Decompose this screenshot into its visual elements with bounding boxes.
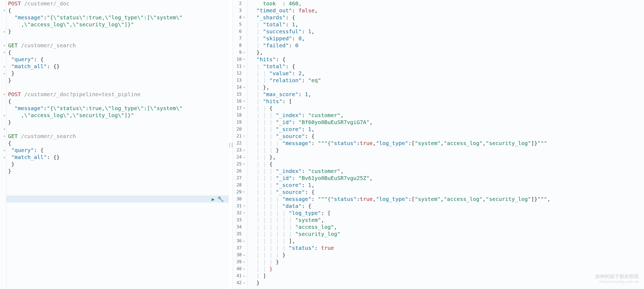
code-line[interactable]: } <box>6 119 229 126</box>
fold-marker[interactable]: ▴ <box>0 112 6 119</box>
fold-marker[interactable] <box>0 168 6 175</box>
response-line: | | | "_source": { <box>248 133 644 140</box>
code-line[interactable]: { <box>6 98 229 105</box>
code-line[interactable]: ,\"access_log\",\"security_log\"]}" <box>6 21 229 28</box>
fold-marker[interactable] <box>0 196 6 203</box>
line-number: 19 <box>233 119 247 126</box>
response-line: | | | | | ], <box>248 237 644 244</box>
fold-marker[interactable] <box>0 161 6 168</box>
fold-toggle-icon[interactable]: ▾ <box>243 98 245 105</box>
fold-marker[interactable]: ▴ <box>0 70 6 77</box>
fold-marker[interactable]: ▾ <box>0 49 6 56</box>
code-line[interactable]: } <box>6 77 229 84</box>
response-line: | | | "_index": "customer", <box>248 168 644 175</box>
fold-marker[interactable] <box>0 119 6 126</box>
fold-marker[interactable] <box>0 98 6 105</box>
code-line[interactable] <box>6 84 229 91</box>
code-line[interactable]: } <box>6 28 229 35</box>
fold-marker[interactable] <box>0 140 6 147</box>
fold-toggle-icon[interactable]: ▴ <box>243 251 245 258</box>
response-json-viewer[interactable]: took : 460, "timed_out": false, "_shards… <box>247 0 644 289</box>
code-line[interactable] <box>6 175 229 182</box>
fold-marker[interactable] <box>0 0 6 7</box>
response-line: | "total": 1, <box>248 21 644 28</box>
fold-toggle-icon[interactable]: ▾ <box>243 209 245 216</box>
fold-marker[interactable] <box>0 21 6 28</box>
code-line[interactable]: GET /customer/_search <box>6 42 229 49</box>
fold-toggle-icon[interactable]: ▾ <box>243 133 245 140</box>
code-line[interactable]: POST /customer/_doc <box>6 0 229 7</box>
code-line[interactable]: "match_all": {} <box>6 154 229 161</box>
fold-toggle-icon[interactable]: ▴ <box>243 84 245 91</box>
request-options-icon[interactable]: 🔧 <box>217 196 224 202</box>
code-line[interactable]: ,\"access_log\",\"security_log\"]}" <box>6 112 229 119</box>
fold-toggle-icon[interactable]: ▾ <box>243 161 245 168</box>
fold-marker[interactable]: ▾ <box>0 126 6 133</box>
request-editor[interactable]: POST /customer/_doc{ "message":"{\"statu… <box>6 0 229 289</box>
response-line: | | }, <box>248 154 644 161</box>
fold-marker[interactable]: ▴ <box>0 147 6 154</box>
fold-toggle-icon[interactable]: ▴ <box>243 265 245 272</box>
code-line[interactable]: "message":"{\"status\":true,\"log_type\"… <box>6 14 229 21</box>
code-line[interactable] <box>6 189 229 196</box>
code-line[interactable] <box>6 182 229 189</box>
line-number-gutter: 234▾56789▴10▾11▾121314▴1516▾17▾18192021▾… <box>233 0 247 289</box>
code-line[interactable]: "match_all": {} <box>6 63 229 70</box>
fold-marker[interactable] <box>0 14 6 21</box>
fold-marker[interactable]: ▴ <box>0 154 6 161</box>
fold-marker[interactable] <box>0 56 6 63</box>
fold-marker[interactable]: ▾ <box>0 42 6 49</box>
code-line[interactable]: { <box>6 7 229 14</box>
code-line[interactable]: GET /customer/_search <box>6 133 229 140</box>
fold-marker[interactable] <box>0 84 6 91</box>
code-line[interactable]: { <box>6 140 229 147</box>
left-fold-gutter: ▾▴▾▾▴▴▾▴▾▾▴▴ <box>0 0 6 289</box>
response-line: | | | | | | "security_log" <box>248 230 644 237</box>
fold-toggle-icon[interactable]: ▾ <box>243 14 245 21</box>
fold-toggle-icon[interactable]: ▾ <box>243 56 245 63</box>
fold-toggle-icon[interactable]: ▴ <box>243 258 245 265</box>
fold-toggle-icon[interactable]: ▴ <box>243 147 245 154</box>
code-line[interactable]: POST /customer/_doc?pipeline=test_piplin… <box>6 91 229 98</box>
request-editor-pane[interactable]: ▾▴▾▾▴▴▾▴▾▾▴▴ POST /customer/_doc{ "messa… <box>0 0 229 289</box>
fold-toggle-icon[interactable]: ▾ <box>243 105 245 112</box>
fold-marker[interactable]: ▾ <box>0 91 6 98</box>
response-line: | "failed": 0 <box>248 42 644 49</box>
response-line: | | | | | | "access_log", <box>248 223 644 230</box>
fold-toggle-icon[interactable]: ▴ <box>243 279 245 286</box>
fold-marker[interactable]: ▾ <box>0 133 6 140</box>
code-line[interactable]: { <box>6 49 229 56</box>
fold-marker[interactable]: ▴ <box>0 63 6 70</box>
line-number: 41▴ <box>233 272 247 279</box>
fold-toggle-icon[interactable]: ▾ <box>243 63 245 70</box>
code-line[interactable]: "message":"{\"status\":true,\"log_type\"… <box>6 105 229 112</box>
fold-marker[interactable] <box>0 77 6 84</box>
fold-toggle-icon[interactable]: ▴ <box>243 272 245 279</box>
fold-toggle-icon[interactable]: ▾ <box>243 203 245 209</box>
fold-toggle-icon[interactable]: ▴ <box>243 154 245 161</box>
line-number: 11▾ <box>233 63 247 70</box>
response-viewer-pane[interactable]: 234▾56789▴10▾11▾121314▴1516▾17▾18192021▾… <box>233 0 644 289</box>
line-number: 38▴ <box>233 251 247 258</box>
code-line[interactable]: } <box>6 70 229 77</box>
fold-marker[interactable]: ▴ <box>0 28 6 35</box>
fold-marker[interactable]: ▾ <box>0 7 6 14</box>
fold-marker[interactable] <box>0 105 6 112</box>
code-line[interactable]: } <box>6 161 229 168</box>
fold-marker[interactable] <box>0 189 6 196</box>
fold-toggle-icon[interactable]: ▴ <box>243 49 245 56</box>
code-line[interactable]: } <box>6 168 229 175</box>
fold-marker[interactable] <box>0 182 6 189</box>
fold-toggle-icon[interactable]: ▾ <box>243 189 245 196</box>
pane-resize-handle[interactable]: || <box>229 0 233 289</box>
fold-marker[interactable] <box>0 175 6 182</box>
fold-marker[interactable] <box>0 35 6 42</box>
code-line[interactable] <box>6 35 229 42</box>
run-request-icon[interactable]: ▶ <box>212 196 215 202</box>
code-line[interactable]: "query": { <box>6 56 229 63</box>
fold-toggle-icon[interactable]: ▴ <box>243 237 245 244</box>
code-line[interactable] <box>6 126 229 133</box>
response-line: | | } <box>248 265 644 272</box>
line-number: 5 <box>233 21 247 28</box>
code-line[interactable]: "query": { <box>6 147 229 154</box>
